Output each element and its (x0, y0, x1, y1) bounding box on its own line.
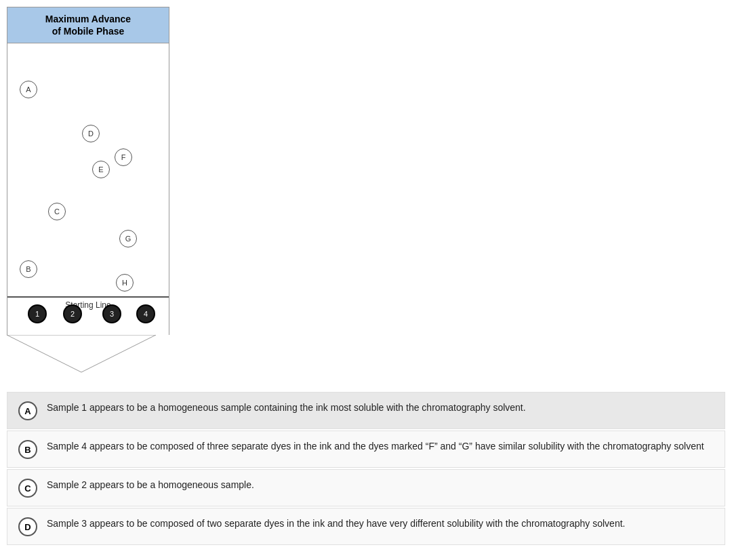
spot-h: H (116, 274, 134, 292)
svg-marker-0 (7, 335, 156, 372)
spot-a: A (20, 81, 37, 98)
diagram-container: Maximum Advance of Mobile Phase Starting… (7, 7, 169, 378)
answer-row-a[interactable]: ASample 1 appears to be a homogeneous sa… (7, 392, 725, 429)
answer-badge-b: B (18, 440, 37, 459)
answer-text-b: Sample 4 appears to be composed of three… (47, 439, 704, 454)
answers-container: ASample 1 appears to be a homogeneous sa… (0, 392, 732, 546)
diagram-bottom (7, 335, 169, 378)
diagram-body: Starting Line ADFECGBH1234 (7, 43, 169, 335)
answer-badge-a: A (18, 401, 37, 420)
answer-row-b[interactable]: BSample 4 appears to be composed of thre… (7, 431, 725, 468)
spot-f: F (115, 148, 132, 166)
diagram-title-line1: Maximum Advance (45, 14, 131, 24)
spot-e: E (92, 161, 110, 178)
diagram-header: Maximum Advance of Mobile Phase (7, 7, 169, 43)
right-panel (176, 7, 725, 378)
answer-row-c[interactable]: CSample 2 appears to be a homogeneous sa… (7, 469, 725, 506)
spot-c: C (48, 203, 66, 220)
answer-badge-c: C (18, 479, 37, 498)
answer-text-a: Sample 1 appears to be a homogeneous sam… (47, 401, 526, 415)
diagram-title-line2: of Mobile Phase (52, 26, 125, 37)
spot-d: D (82, 125, 100, 142)
answer-row-d[interactable]: DSample 3 appears to be composed of two … (7, 508, 725, 545)
spot-b: B (20, 260, 37, 278)
main-layout: Maximum Advance of Mobile Phase Starting… (0, 0, 732, 385)
answer-text-d: Sample 3 appears to be composed of two s… (47, 517, 625, 531)
spot-3: 3 (102, 304, 121, 323)
spot-g: G (119, 230, 137, 247)
answer-text-c: Sample 2 appears to be a homogeneous sam… (47, 478, 254, 492)
starting-line: Starting Line (7, 296, 169, 298)
spot-1: 1 (28, 304, 47, 323)
spot-2: 2 (63, 304, 82, 323)
spot-4: 4 (136, 304, 155, 323)
answer-badge-d: D (18, 517, 37, 536)
